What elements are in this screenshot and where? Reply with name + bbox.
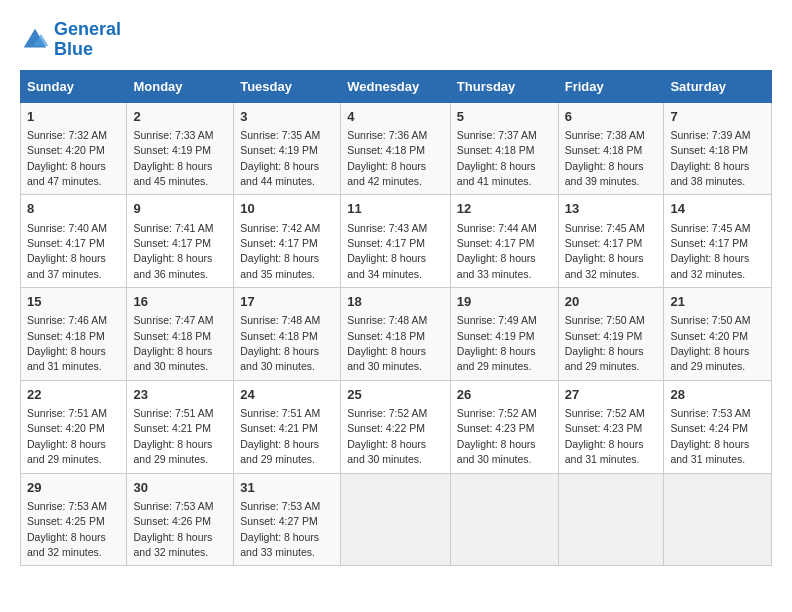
day-info: Sunrise: 7:53 AMSunset: 4:26 PMDaylight:… [133,500,213,558]
day-info: Sunrise: 7:52 AMSunset: 4:23 PMDaylight:… [457,407,537,465]
calendar-cell: 18 Sunrise: 7:48 AMSunset: 4:18 PMDaylig… [341,288,451,381]
week-row-1: 1 Sunrise: 7:32 AMSunset: 4:20 PMDayligh… [21,102,772,195]
day-info: Sunrise: 7:50 AMSunset: 4:19 PMDaylight:… [565,314,645,372]
day-info: Sunrise: 7:32 AMSunset: 4:20 PMDaylight:… [27,129,107,187]
week-row-3: 15 Sunrise: 7:46 AMSunset: 4:18 PMDaylig… [21,288,772,381]
calendar-cell: 9 Sunrise: 7:41 AMSunset: 4:17 PMDayligh… [127,195,234,288]
day-number: 30 [133,479,227,497]
day-number: 26 [457,386,552,404]
calendar-cell: 26 Sunrise: 7:52 AMSunset: 4:23 PMDaylig… [450,380,558,473]
header-day-saturday: Saturday [664,70,772,102]
day-number: 6 [565,108,658,126]
day-info: Sunrise: 7:48 AMSunset: 4:18 PMDaylight:… [240,314,320,372]
day-info: Sunrise: 7:46 AMSunset: 4:18 PMDaylight:… [27,314,107,372]
calendar-cell: 24 Sunrise: 7:51 AMSunset: 4:21 PMDaylig… [234,380,341,473]
calendar-cell: 21 Sunrise: 7:50 AMSunset: 4:20 PMDaylig… [664,288,772,381]
calendar-cell: 11 Sunrise: 7:43 AMSunset: 4:17 PMDaylig… [341,195,451,288]
day-info: Sunrise: 7:47 AMSunset: 4:18 PMDaylight:… [133,314,213,372]
calendar-cell: 14 Sunrise: 7:45 AMSunset: 4:17 PMDaylig… [664,195,772,288]
week-row-4: 22 Sunrise: 7:51 AMSunset: 4:20 PMDaylig… [21,380,772,473]
calendar-cell: 1 Sunrise: 7:32 AMSunset: 4:20 PMDayligh… [21,102,127,195]
day-info: Sunrise: 7:42 AMSunset: 4:17 PMDaylight:… [240,222,320,280]
day-number: 2 [133,108,227,126]
header-day-tuesday: Tuesday [234,70,341,102]
logo: General Blue [20,20,121,60]
day-number: 29 [27,479,120,497]
header-day-thursday: Thursday [450,70,558,102]
day-info: Sunrise: 7:51 AMSunset: 4:21 PMDaylight:… [133,407,213,465]
day-info: Sunrise: 7:35 AMSunset: 4:19 PMDaylight:… [240,129,320,187]
calendar-cell: 8 Sunrise: 7:40 AMSunset: 4:17 PMDayligh… [21,195,127,288]
header-day-wednesday: Wednesday [341,70,451,102]
calendar-cell: 3 Sunrise: 7:35 AMSunset: 4:19 PMDayligh… [234,102,341,195]
day-info: Sunrise: 7:45 AMSunset: 4:17 PMDaylight:… [670,222,750,280]
day-number: 23 [133,386,227,404]
day-info: Sunrise: 7:40 AMSunset: 4:17 PMDaylight:… [27,222,107,280]
day-number: 20 [565,293,658,311]
day-number: 19 [457,293,552,311]
calendar-cell: 13 Sunrise: 7:45 AMSunset: 4:17 PMDaylig… [558,195,664,288]
day-number: 13 [565,200,658,218]
calendar-cell [341,473,451,566]
day-info: Sunrise: 7:49 AMSunset: 4:19 PMDaylight:… [457,314,537,372]
calendar-cell [558,473,664,566]
day-number: 12 [457,200,552,218]
day-info: Sunrise: 7:33 AMSunset: 4:19 PMDaylight:… [133,129,213,187]
calendar-cell: 28 Sunrise: 7:53 AMSunset: 4:24 PMDaylig… [664,380,772,473]
calendar-cell: 12 Sunrise: 7:44 AMSunset: 4:17 PMDaylig… [450,195,558,288]
day-number: 17 [240,293,334,311]
day-info: Sunrise: 7:48 AMSunset: 4:18 PMDaylight:… [347,314,427,372]
day-info: Sunrise: 7:36 AMSunset: 4:18 PMDaylight:… [347,129,427,187]
day-info: Sunrise: 7:51 AMSunset: 4:20 PMDaylight:… [27,407,107,465]
header-day-sunday: Sunday [21,70,127,102]
header-day-monday: Monday [127,70,234,102]
calendar-cell: 25 Sunrise: 7:52 AMSunset: 4:22 PMDaylig… [341,380,451,473]
day-info: Sunrise: 7:41 AMSunset: 4:17 PMDaylight:… [133,222,213,280]
day-info: Sunrise: 7:53 AMSunset: 4:25 PMDaylight:… [27,500,107,558]
day-number: 10 [240,200,334,218]
calendar-cell: 2 Sunrise: 7:33 AMSunset: 4:19 PMDayligh… [127,102,234,195]
calendar-cell: 22 Sunrise: 7:51 AMSunset: 4:20 PMDaylig… [21,380,127,473]
calendar-cell: 27 Sunrise: 7:52 AMSunset: 4:23 PMDaylig… [558,380,664,473]
calendar-cell: 5 Sunrise: 7:37 AMSunset: 4:18 PMDayligh… [450,102,558,195]
day-number: 25 [347,386,444,404]
day-number: 3 [240,108,334,126]
day-number: 1 [27,108,120,126]
day-number: 16 [133,293,227,311]
calendar-table: SundayMondayTuesdayWednesdayThursdayFrid… [20,70,772,567]
calendar-cell: 15 Sunrise: 7:46 AMSunset: 4:18 PMDaylig… [21,288,127,381]
calendar-cell: 30 Sunrise: 7:53 AMSunset: 4:26 PMDaylig… [127,473,234,566]
header-day-friday: Friday [558,70,664,102]
week-row-2: 8 Sunrise: 7:40 AMSunset: 4:17 PMDayligh… [21,195,772,288]
day-info: Sunrise: 7:52 AMSunset: 4:22 PMDaylight:… [347,407,427,465]
day-number: 27 [565,386,658,404]
day-number: 5 [457,108,552,126]
calendar-cell: 4 Sunrise: 7:36 AMSunset: 4:18 PMDayligh… [341,102,451,195]
day-info: Sunrise: 7:53 AMSunset: 4:24 PMDaylight:… [670,407,750,465]
day-number: 4 [347,108,444,126]
calendar-cell [664,473,772,566]
day-number: 14 [670,200,765,218]
day-info: Sunrise: 7:38 AMSunset: 4:18 PMDaylight:… [565,129,645,187]
day-number: 18 [347,293,444,311]
calendar-cell: 19 Sunrise: 7:49 AMSunset: 4:19 PMDaylig… [450,288,558,381]
calendar-cell: 10 Sunrise: 7:42 AMSunset: 4:17 PMDaylig… [234,195,341,288]
day-number: 24 [240,386,334,404]
logo-icon [20,25,50,55]
header-row: SundayMondayTuesdayWednesdayThursdayFrid… [21,70,772,102]
calendar-cell: 7 Sunrise: 7:39 AMSunset: 4:18 PMDayligh… [664,102,772,195]
day-number: 8 [27,200,120,218]
day-number: 7 [670,108,765,126]
day-info: Sunrise: 7:52 AMSunset: 4:23 PMDaylight:… [565,407,645,465]
day-number: 22 [27,386,120,404]
day-info: Sunrise: 7:50 AMSunset: 4:20 PMDaylight:… [670,314,750,372]
calendar-cell [450,473,558,566]
day-number: 15 [27,293,120,311]
day-number: 11 [347,200,444,218]
calendar-cell: 16 Sunrise: 7:47 AMSunset: 4:18 PMDaylig… [127,288,234,381]
logo-text: General Blue [54,20,121,60]
day-info: Sunrise: 7:43 AMSunset: 4:17 PMDaylight:… [347,222,427,280]
calendar-cell: 31 Sunrise: 7:53 AMSunset: 4:27 PMDaylig… [234,473,341,566]
calendar-cell: 6 Sunrise: 7:38 AMSunset: 4:18 PMDayligh… [558,102,664,195]
calendar-cell: 17 Sunrise: 7:48 AMSunset: 4:18 PMDaylig… [234,288,341,381]
